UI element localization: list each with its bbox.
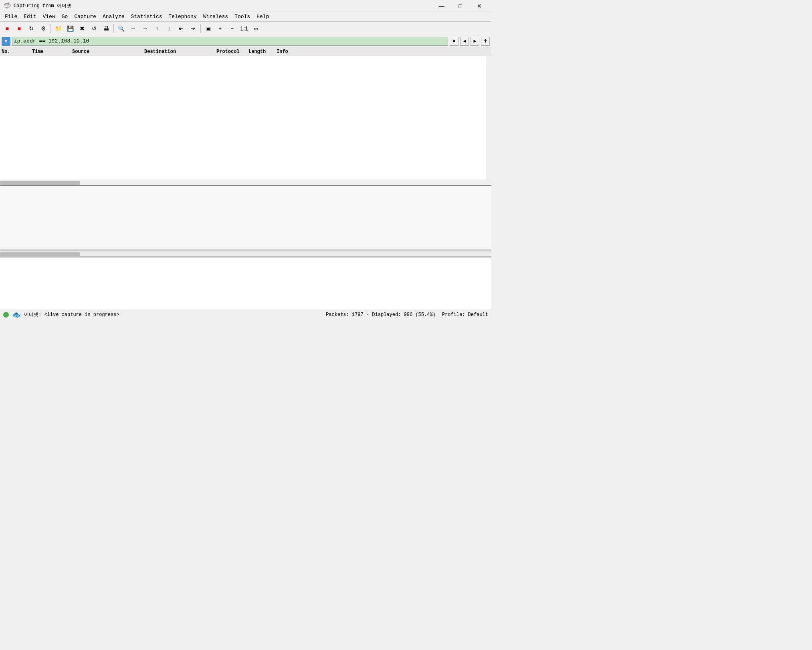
print-button[interactable]: 🖶 bbox=[101, 23, 112, 34]
detail-hscrollbar[interactable] bbox=[0, 251, 491, 257]
zoom-out-button[interactable]: − bbox=[226, 23, 238, 34]
capture-status-text: 이더넷: <live capture in progress> bbox=[24, 311, 119, 318]
start-capture-button[interactable]: ■ bbox=[2, 23, 13, 34]
title-text: Capturing from 이더넷 bbox=[14, 2, 71, 9]
capture-status-dot bbox=[3, 312, 9, 318]
status-bar: 🐟 이더넷: <live capture in progress> Packet… bbox=[0, 309, 491, 320]
menu-view[interactable]: View bbox=[39, 12, 58, 21]
menu-tools[interactable]: Tools bbox=[231, 12, 253, 21]
last-button[interactable]: ⇥ bbox=[188, 23, 199, 34]
menu-bar: File Edit View Go Capture Analyze Statis… bbox=[0, 12, 491, 22]
col-dest: Destination bbox=[144, 49, 216, 55]
open-button[interactable]: 📁 bbox=[53, 23, 64, 34]
profile-label: Profile: Default bbox=[442, 312, 488, 318]
close-file-button[interactable]: ✖ bbox=[77, 23, 88, 34]
col-time: Time bbox=[32, 49, 72, 55]
packet-rows-inner bbox=[0, 56, 486, 180]
zoom-reset-button[interactable]: 1:1 bbox=[238, 23, 250, 34]
col-length: Length bbox=[248, 49, 277, 55]
detail-hscrollbar-thumb[interactable] bbox=[0, 252, 80, 256]
menu-edit[interactable]: Edit bbox=[20, 12, 39, 21]
hex-dump bbox=[0, 257, 491, 309]
menu-capture[interactable]: Capture bbox=[71, 12, 99, 21]
close-button[interactable]: ✕ bbox=[470, 0, 488, 12]
packet-list-hscrollbar-thumb[interactable] bbox=[0, 181, 80, 185]
save-button[interactable]: 💾 bbox=[65, 23, 76, 34]
title-controls: — □ ✕ bbox=[432, 0, 488, 12]
toolbar-sep-3 bbox=[200, 24, 201, 33]
packet-list-hscrollbar[interactable] bbox=[0, 180, 491, 185]
menu-go[interactable]: Go bbox=[59, 12, 71, 21]
status-right: Packets: 1797 · Displayed: 996 (55.4%) P… bbox=[326, 312, 488, 318]
menu-help[interactable]: Help bbox=[253, 12, 272, 21]
maximize-button[interactable]: □ bbox=[451, 0, 469, 12]
title-left: 🦈 Capturing from 이더넷 bbox=[3, 2, 71, 10]
packet-list-vscrollbar[interactable] bbox=[486, 56, 491, 180]
prev-marked-button[interactable]: ↑ bbox=[151, 23, 163, 34]
next-button[interactable]: → bbox=[139, 23, 151, 34]
menu-telephony[interactable]: Telephony bbox=[166, 12, 200, 21]
filter-clear-button[interactable]: ✖ bbox=[450, 37, 459, 46]
capture-options-button[interactable]: ⚙ bbox=[38, 23, 49, 34]
col-info: Info bbox=[277, 49, 485, 55]
packet-rows bbox=[0, 56, 491, 180]
toolbar: ■ ■ ↻ ⚙ 📁 💾 ✖ ↺ 🖶 🔍 ← → ↑ ↓ ⇤ ⇥ ▣ + − 1:… bbox=[0, 22, 491, 35]
col-no: No. bbox=[0, 49, 32, 55]
minimize-button[interactable]: — bbox=[432, 0, 450, 12]
col-source: Source bbox=[72, 49, 144, 55]
filter-prev-button[interactable]: ◀ bbox=[460, 37, 469, 46]
reload-button[interactable]: ↺ bbox=[89, 23, 100, 34]
packet-list: No. Time Source Destination Protocol Len… bbox=[0, 47, 491, 180]
filter-icon: ▼ bbox=[2, 37, 10, 46]
packet-count: Packets: 1797 · Displayed: 996 (55.4%) bbox=[326, 312, 436, 318]
app-icon: 🦈 bbox=[3, 2, 11, 10]
packet-list-header: No. Time Source Destination Protocol Len… bbox=[0, 47, 491, 56]
first-button[interactable]: ⇤ bbox=[176, 23, 187, 34]
capture-status-fish: 🐟 bbox=[12, 310, 21, 319]
restart-capture-button[interactable]: ↻ bbox=[26, 23, 37, 34]
filter-add-button[interactable]: + bbox=[481, 37, 490, 46]
menu-file[interactable]: File bbox=[2, 12, 20, 21]
next-marked-button[interactable]: ↓ bbox=[164, 23, 175, 34]
toolbar-sep-2 bbox=[113, 24, 114, 33]
title-bar: 🦈 Capturing from 이더넷 — □ ✕ bbox=[0, 0, 491, 12]
find-button[interactable]: 🔍 bbox=[115, 23, 127, 34]
toolbar-sep-1 bbox=[50, 24, 51, 33]
menu-analyze[interactable]: Analyze bbox=[99, 12, 128, 21]
packet-detail bbox=[0, 185, 491, 249]
zoom-in-button[interactable]: + bbox=[214, 23, 226, 34]
menu-wireless[interactable]: Wireless bbox=[200, 12, 231, 21]
colorize-button[interactable]: ▣ bbox=[202, 23, 214, 34]
filter-input[interactable] bbox=[12, 37, 448, 46]
filter-bar: ▼ ✖ ◀ ▶ + bbox=[0, 35, 491, 47]
prev-button[interactable]: ← bbox=[127, 23, 139, 34]
status-left: 🐟 이더넷: <live capture in progress> bbox=[3, 310, 119, 319]
filter-next-button[interactable]: ▶ bbox=[471, 37, 479, 46]
resize-columns-button[interactable]: ⇔ bbox=[250, 23, 262, 34]
col-protocol: Protocol bbox=[216, 49, 248, 55]
stop-capture-button[interactable]: ■ bbox=[14, 23, 25, 34]
menu-statistics[interactable]: Statistics bbox=[127, 12, 165, 21]
